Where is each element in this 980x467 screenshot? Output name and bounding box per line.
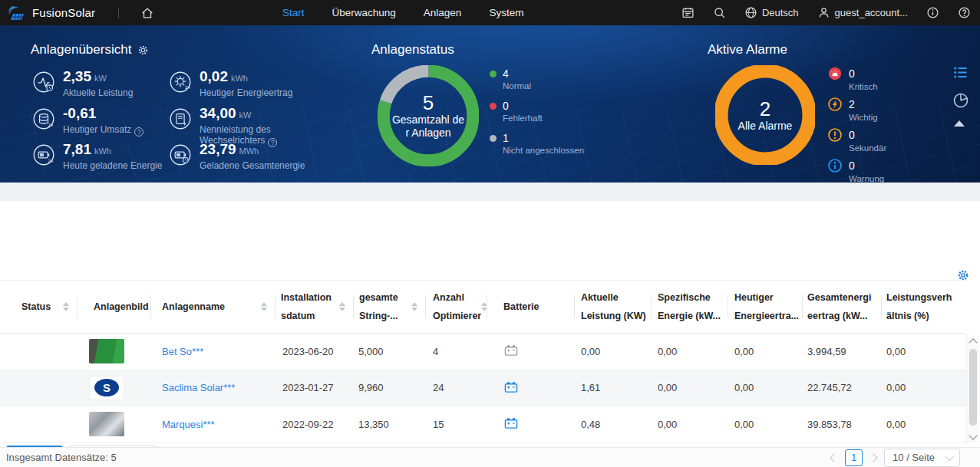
- next-page-arrow[interactable]: [869, 453, 877, 462]
- svg-text:24: 24: [185, 85, 190, 90]
- daily-yield-icon: 24: [167, 69, 193, 95]
- svg-text:24: 24: [48, 123, 54, 127]
- kpi-value: 23,79: [200, 141, 236, 157]
- list-view-toggle-icon[interactable]: [954, 67, 967, 78]
- legend-value: 0: [849, 129, 855, 141]
- cell-optimizers: 4: [425, 346, 487, 357]
- legend-value: 1: [503, 132, 509, 144]
- legend-label: Sekundär: [849, 143, 886, 153]
- help-icon[interactable]: [958, 6, 971, 19]
- legend-item-wichtig[interactable]: 2 Wichtig: [827, 97, 886, 122]
- plant-logo: S: [94, 379, 119, 396]
- nav-utilities: Deutsch guest_account...: [681, 6, 971, 19]
- active-alarms-title: Aktive Alarme: [708, 42, 787, 58]
- total-records-label: Insgesamt Datensätze: 5: [6, 452, 117, 463]
- column-header-anlagenname[interactable]: Anlagenname: [150, 281, 275, 333]
- legend-value: 4: [503, 67, 509, 80]
- scroll-down-arrow[interactable]: [968, 431, 977, 439]
- cell-current-power: 0,48: [574, 419, 651, 430]
- plant-name-link[interactable]: Bet So***: [162, 346, 203, 357]
- column-header-gesamte-string[interactable]: gesamteString-...: [353, 281, 425, 333]
- scroll-up-arrow[interactable]: [968, 338, 977, 347]
- cell-total-yield: 39.853,78: [802, 419, 881, 430]
- legend-value: 0: [503, 100, 509, 112]
- menu-item-system[interactable]: System: [489, 7, 523, 18]
- legend-item-nicht-angeschlossen[interactable]: 1 Nicht angeschlossen: [490, 132, 584, 155]
- dashboard-hero: Anlagenübersicht 2,35kW Aktuelle Leistun…: [0, 25, 980, 183]
- kpi-total-charged: 23,79MWh Geladene Gesamtenergie: [167, 141, 305, 171]
- column-header-anzahl-optimierer[interactable]: AnzahlOptimierer: [425, 281, 487, 333]
- kpi-unit: kW: [239, 110, 252, 120]
- sort-icon[interactable]: [339, 299, 345, 314]
- kpi-charged-today: 24 7,81kWh Heute geladene Energie: [31, 141, 169, 171]
- cell-optimizers: 24: [425, 382, 487, 393]
- table-header: Status Anlagenbild Anlagenname Installat…: [0, 280, 966, 334]
- kpi-daily-yield: 24 0,02kWh Heutiger Energieertrag: [167, 68, 305, 98]
- column-header-spezifische-energie: SpezifischeEnergie (kW...: [651, 281, 728, 333]
- legend-item-sekundaer[interactable]: 0 Sekundär: [827, 127, 886, 153]
- hero-scroll-up-arrow[interactable]: [954, 120, 965, 127]
- kpi-label: Heutiger Umsatz: [63, 124, 169, 136]
- menu-item-anlagen[interactable]: Anlagen: [424, 7, 462, 18]
- cell-optimizers: 15: [425, 419, 487, 430]
- table-scrollbar[interactable]: [966, 335, 978, 443]
- plant-thumbnail: [89, 339, 124, 363]
- sort-icon[interactable]: [63, 299, 69, 314]
- legend-label: Wichtig: [849, 113, 886, 122]
- kpi-value: 0,02: [200, 68, 228, 84]
- table-row: S Saclima Solar*** 2023-01-27 9,960 24 1…: [0, 370, 966, 407]
- cell-performance-ratio: 0,00: [881, 419, 966, 430]
- fusionsolar-logo-icon: [8, 5, 26, 21]
- legend-item-fehlerhaft[interactable]: 0 Fehlerhaft: [490, 100, 584, 123]
- cell-install-date: 2022-09-22: [275, 419, 353, 430]
- prev-page-arrow[interactable]: [830, 453, 838, 462]
- home-icon[interactable]: [140, 6, 154, 20]
- account-name: guest_account...: [835, 7, 908, 18]
- column-header-leistungsverhaeltnis: Leistungsverhältnis (%): [881, 281, 966, 333]
- overview-settings-gear-icon[interactable]: [137, 44, 149, 56]
- column-header-gesamtenergieertrag: Gesamtenergieertrag (kW...: [802, 281, 881, 333]
- menu-item-ueberwachung[interactable]: Überwachung: [332, 7, 396, 18]
- kpi-value: 34,00: [200, 105, 236, 121]
- legend-item-warnung[interactable]: 0 Warnung: [827, 158, 886, 183]
- page-number-button[interactable]: 1: [845, 449, 863, 466]
- sort-icon[interactable]: [261, 299, 267, 314]
- plant-name-link[interactable]: Saclima Solar***: [162, 382, 235, 393]
- warning-alarm-icon: [827, 158, 843, 173]
- globe-icon: [744, 6, 757, 19]
- revenue-help-icon[interactable]: [134, 127, 144, 136]
- kpi-label: Aktuelle Leistung: [63, 87, 169, 98]
- cell-performance-ratio: 0,00: [881, 382, 966, 393]
- cell-string-capacity: 9,960: [353, 382, 425, 393]
- kpi-value: -0,61: [63, 105, 96, 121]
- legend-item-normal[interactable]: 4 Normal: [490, 67, 584, 90]
- info-icon[interactable]: [926, 6, 939, 19]
- column-header-status[interactable]: Status: [0, 281, 77, 333]
- top-navbar: FusionSolar Start Überwachung Anlagen Sy…: [0, 0, 980, 25]
- plant-thumbnail: [89, 412, 124, 436]
- battery-icon: [503, 384, 519, 396]
- table-row: Marquesi*** 2022-09-22 13,350 15 0,48 0,…: [0, 406, 966, 443]
- search-icon[interactable]: [713, 6, 726, 19]
- scrollbar-thumb[interactable]: [969, 349, 977, 426]
- kpi-value: 7,81: [63, 141, 91, 157]
- legend-label: Normal: [503, 81, 584, 90]
- plant-status-legend: 4 Normal 0 Fehlerhaft 1 Nicht angeschlos…: [490, 67, 584, 155]
- sort-icon[interactable]: [411, 299, 417, 314]
- menu-item-start[interactable]: Start: [282, 7, 305, 18]
- pie-view-toggle-icon[interactable]: [952, 92, 969, 109]
- account-menu[interactable]: guest_account...: [817, 6, 908, 19]
- plant-total-label-line2: r Anlagen: [405, 127, 450, 140]
- column-header-installationsdatum[interactable]: Installationsdatum: [275, 281, 353, 333]
- cell-install-date: 2023-06-20: [275, 346, 353, 357]
- legend-item-kritisch[interactable]: 0 Kritisch: [827, 66, 886, 91]
- plant-name-link[interactable]: Marquesi***: [162, 419, 215, 430]
- kpi-unit: kWh: [94, 146, 111, 156]
- language-switcher[interactable]: Deutsch: [744, 6, 799, 19]
- calendar-icon[interactable]: [681, 6, 695, 19]
- page-size-select[interactable]: 10 / Seite: [884, 449, 960, 467]
- cell-battery: [487, 344, 574, 359]
- language-label: Deutsch: [762, 7, 799, 18]
- chevron-down-icon: [945, 452, 954, 460]
- cell-string-capacity: 5,000: [353, 346, 425, 357]
